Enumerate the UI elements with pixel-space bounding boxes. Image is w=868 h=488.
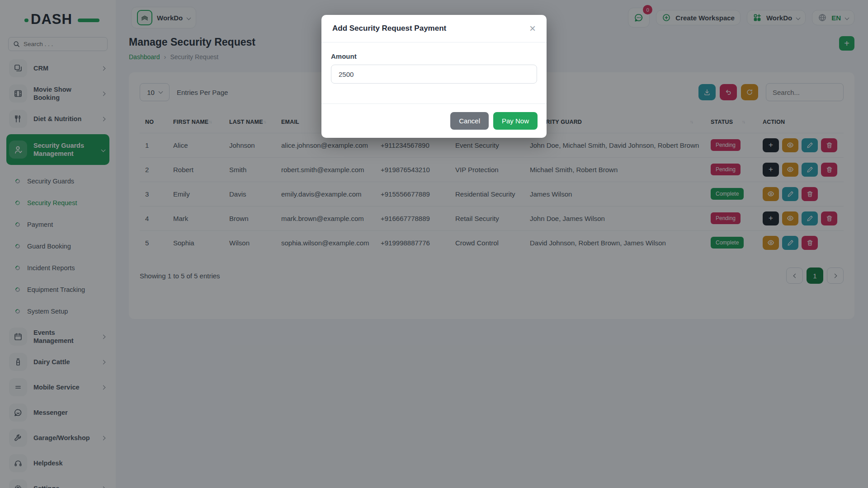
app-page: DASH CRM Movie Show Booking (0, 0, 868, 488)
pay-now-button[interactable]: Pay Now (493, 112, 538, 130)
amount-input[interactable] (331, 65, 537, 84)
amount-label: Amount (331, 52, 537, 60)
add-payment-modal: Add Security Request Payment × Amount Ca… (321, 15, 547, 138)
close-icon[interactable]: × (529, 24, 536, 33)
modal-title: Add Security Request Payment (332, 24, 446, 33)
cancel-button[interactable]: Cancel (450, 112, 489, 130)
